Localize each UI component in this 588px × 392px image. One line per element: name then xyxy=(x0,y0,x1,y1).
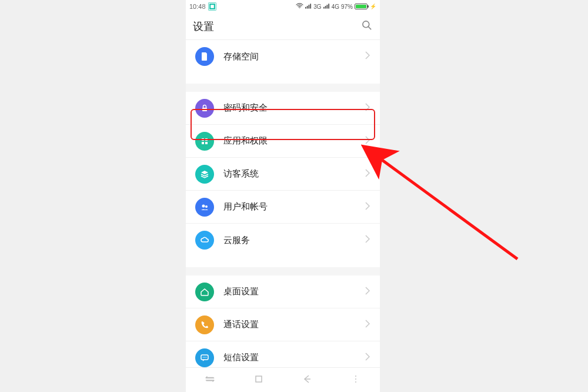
chevron-right-icon xyxy=(365,51,370,62)
search-button[interactable] xyxy=(361,19,373,34)
settings-item-label: 桌面设置 xyxy=(223,286,365,297)
recent-apps-button[interactable] xyxy=(205,374,215,387)
android-nav-bar xyxy=(186,367,380,392)
settings-item-label: 应用和权限 xyxy=(223,135,365,147)
settings-item-security[interactable]: 密码和安全 xyxy=(186,92,380,125)
grid-icon xyxy=(195,132,214,151)
phone-frame: 10:48 3G 4G 97% ⚡ 设置 xyxy=(186,0,380,392)
svg-rect-9 xyxy=(326,5,328,8)
settings-item-accounts[interactable]: 用户和帐号 xyxy=(186,191,380,224)
settings-item-sms[interactable]: 短信设置 xyxy=(186,341,380,367)
lock-icon xyxy=(195,99,214,118)
search-icon xyxy=(361,19,373,31)
menu-button[interactable] xyxy=(350,374,361,387)
svg-point-26 xyxy=(355,376,356,377)
home-icon xyxy=(195,283,214,301)
settings-item-cloud[interactable]: 云服务 xyxy=(186,224,380,257)
home-button[interactable] xyxy=(253,374,264,387)
settings-item-label: 访客系统 xyxy=(223,168,365,180)
svg-rect-7 xyxy=(323,7,325,9)
users-icon xyxy=(195,198,214,217)
chevron-right-icon xyxy=(365,320,370,330)
chevron-right-icon xyxy=(365,103,370,114)
settings-item-desktop[interactable]: 桌面设置 xyxy=(186,275,380,308)
settings-group: 密码和安全 应用和权限 访客系统 用户和 xyxy=(186,92,380,257)
settings-item-label: 云服务 xyxy=(223,235,365,246)
message-icon xyxy=(195,348,214,367)
svg-point-28 xyxy=(355,381,356,383)
svg-rect-17 xyxy=(205,142,208,144)
settings-group: 存储空间 xyxy=(186,40,380,73)
svg-rect-10 xyxy=(328,4,329,8)
settings-item-label: 用户和帐号 xyxy=(223,201,365,212)
svg-point-18 xyxy=(202,204,205,207)
phone-icon xyxy=(195,315,214,334)
chevron-right-icon xyxy=(365,235,370,245)
settings-item-label: 短信设置 xyxy=(223,352,365,363)
signal-4g-icon xyxy=(323,3,330,10)
settings-item-call[interactable]: 通话设置 xyxy=(186,308,380,341)
svg-rect-5 xyxy=(309,5,310,8)
settings-list[interactable]: 存储空间 密码和安全 应用和权限 xyxy=(186,40,380,367)
svg-rect-13 xyxy=(202,108,207,111)
settings-item-label: 密码和安全 xyxy=(223,102,365,114)
svg-line-29 xyxy=(382,160,517,259)
settings-group: 桌面设置 通话设置 短信设置 xyxy=(186,275,380,367)
svg-rect-1 xyxy=(211,5,214,8)
signal-3g-icon xyxy=(305,3,312,10)
sd-icon xyxy=(195,47,214,66)
settings-item-label: 存储空间 xyxy=(223,51,365,62)
scan-icon xyxy=(208,2,216,11)
svg-point-2 xyxy=(299,7,300,8)
chevron-right-icon xyxy=(365,136,370,147)
battery-icon xyxy=(355,4,368,9)
chevron-right-icon xyxy=(365,353,370,363)
svg-point-19 xyxy=(205,205,208,208)
svg-rect-6 xyxy=(310,4,312,8)
svg-line-12 xyxy=(369,26,371,29)
stack-icon xyxy=(195,165,214,184)
page-title: 设置 xyxy=(193,19,214,34)
back-button[interactable] xyxy=(302,374,312,387)
header-bar: 设置 xyxy=(186,13,380,40)
svg-rect-8 xyxy=(325,6,326,9)
settings-item-label: 通话设置 xyxy=(223,319,365,330)
status-bar: 10:48 3G 4G 97% ⚡ xyxy=(186,0,380,13)
svg-point-21 xyxy=(203,357,204,358)
charging-icon: ⚡ xyxy=(370,4,376,9)
settings-item-storage[interactable]: 存储空间 xyxy=(186,40,380,73)
chevron-right-icon xyxy=(365,287,370,297)
svg-rect-14 xyxy=(202,138,204,141)
chevron-right-icon xyxy=(365,169,370,180)
signal-3g-label: 3G xyxy=(313,4,321,10)
settings-item-apps-permissions[interactable]: 应用和权限 xyxy=(186,125,380,158)
cloud-icon xyxy=(195,231,214,250)
svg-point-22 xyxy=(204,357,205,358)
chevron-right-icon xyxy=(365,202,370,212)
svg-rect-16 xyxy=(202,142,204,144)
status-time: 10:48 xyxy=(189,3,206,10)
svg-rect-3 xyxy=(305,7,306,9)
signal-4g-label: 4G xyxy=(332,4,339,10)
wifi-icon xyxy=(296,3,303,10)
svg-point-23 xyxy=(206,357,207,358)
svg-point-27 xyxy=(355,378,356,380)
battery-percent: 97% xyxy=(341,4,353,10)
svg-rect-24 xyxy=(256,376,262,382)
svg-rect-4 xyxy=(307,6,308,9)
svg-rect-15 xyxy=(205,138,208,141)
settings-item-guest[interactable]: 访客系统 xyxy=(186,158,380,191)
